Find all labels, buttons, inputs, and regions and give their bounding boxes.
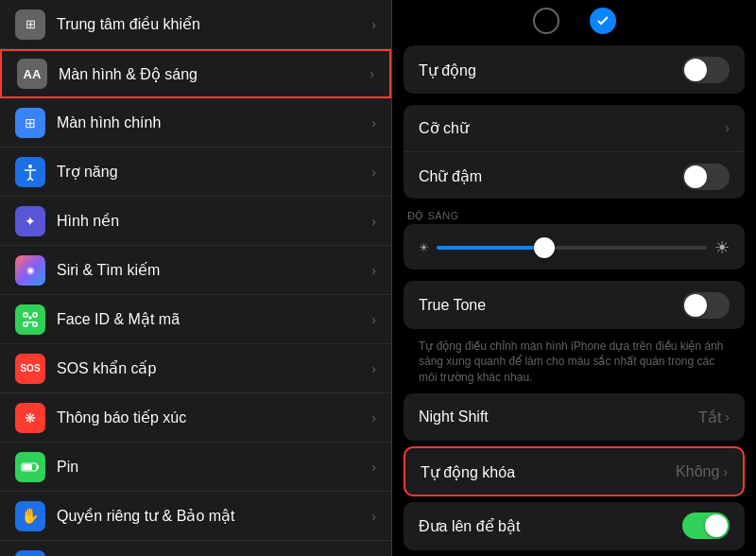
chevron-icon: › (371, 410, 376, 426)
sidebar-item-control-center[interactable]: ⊞ Trung tâm điều khiển › (0, 0, 391, 49)
bold-text-label: Chữ đậm (419, 167, 682, 185)
light-mode-circle[interactable] (533, 8, 559, 34)
app-store-icon (15, 550, 45, 557)
auto-lock-label: Tự động khóa (421, 463, 676, 481)
exposure-icon: ❋ (15, 403, 45, 433)
sidebar-item-label: Hình nền (57, 212, 371, 230)
svg-point-5 (29, 317, 31, 319)
night-shift-chevron: › (725, 409, 730, 425)
brightness-max-icon: ☀ (714, 237, 730, 258)
raise-toggle[interactable] (682, 513, 730, 539)
bold-text-row[interactable]: Chữ đậm (404, 152, 745, 199)
auto-lock-value: Không (676, 463, 719, 480)
brightness-slider[interactable] (437, 246, 707, 250)
sidebar-item-label: Face ID & Mật mã (57, 310, 371, 328)
chevron-icon: › (371, 460, 376, 475)
auto-label: Tự động (419, 61, 682, 79)
sidebar-item-label: Màn hình chính (57, 114, 371, 131)
auto-lock-chevron: › (723, 464, 728, 479)
sidebar-item-siri[interactable]: ◉ Siri & Tìm kiếm › (0, 246, 391, 295)
sidebar-item-sos[interactable]: SOS SOS khẩn cấp › (0, 344, 391, 393)
svg-rect-8 (23, 464, 32, 470)
battery-icon (15, 452, 45, 482)
sidebar-item-label: Trợ năng (57, 163, 371, 181)
sidebar-item-wallpaper[interactable]: ✦ Hình nền › (0, 197, 391, 246)
toggle-thumb (684, 294, 707, 317)
home-screen-icon: ⊞ (15, 108, 45, 138)
sidebar-item-app-store[interactable]: App Store › (0, 541, 391, 556)
toggle-thumb (705, 514, 728, 537)
chevron-icon: › (371, 165, 376, 180)
siri-icon: ◉ (15, 255, 45, 286)
svg-rect-1 (24, 313, 27, 317)
true-tone-toggle[interactable] (682, 292, 730, 319)
chevron-icon: › (371, 115, 376, 130)
chevron-icon: › (371, 312, 376, 327)
toggle-thumb (684, 165, 707, 188)
raise-label: Đưa lên để bật (419, 517, 682, 535)
control-center-icon: ⊞ (15, 9, 45, 40)
left-panel: ⊞ Trung tâm điều khiển › AA Màn hình & Đ… (0, 0, 392, 556)
sidebar-item-display[interactable]: AA Màn hình & Độ sáng › (0, 49, 391, 98)
font-size-label: Cỡ chữ (419, 119, 725, 137)
chevron-icon: › (371, 214, 376, 229)
sidebar-item-label: Siri & Tìm kiếm (57, 261, 371, 279)
auto-row[interactable]: Tự động (404, 45, 745, 94)
wallpaper-icon: ✦ (15, 206, 45, 236)
svg-rect-7 (37, 465, 39, 469)
sidebar-item-label: SOS khẩn cấp (57, 359, 371, 377)
sidebar-item-battery[interactable]: Pin › (0, 443, 391, 492)
sidebar-item-home-screen[interactable]: ⊞ Màn hình chính › (0, 98, 391, 148)
true-tone-section: True Tone (404, 281, 745, 329)
true-tone-label: True Tone (419, 297, 682, 314)
slider-thumb (534, 237, 555, 258)
true-tone-row[interactable]: True Tone (404, 281, 745, 329)
sidebar-item-privacy[interactable]: ✋ Quyền riêng tư & Bảo mật › (0, 492, 391, 541)
sidebar-item-label: Thông báo tiếp xúc (57, 408, 371, 426)
svg-rect-3 (24, 322, 27, 326)
svg-rect-2 (33, 313, 37, 317)
font-section: Cỡ chữ › Chữ đậm (404, 105, 745, 199)
chevron-icon: › (371, 361, 376, 376)
auto-toggle[interactable] (682, 57, 730, 83)
night-shift-value: Tắt (698, 408, 721, 426)
sidebar-item-label: Pin (57, 459, 371, 476)
toggle-thumb (684, 59, 707, 81)
auto-lock-row[interactable]: Tự động khóa Không › (405, 448, 743, 495)
chevron-icon: › (369, 66, 374, 81)
sidebar-item-face-id[interactable]: Face ID & Mật mã › (0, 295, 391, 344)
sidebar-item-exposure[interactable]: ❋ Thông báo tiếp xúc › (0, 393, 391, 443)
privacy-icon: ✋ (15, 501, 45, 531)
raise-to-wake-row[interactable]: Đưa lên để bật (404, 502, 745, 550)
sidebar-item-label: Trung tâm điều khiển (57, 15, 371, 33)
auto-section: Tự động (404, 45, 745, 94)
svg-rect-4 (33, 322, 37, 326)
chevron-icon: › (371, 263, 376, 278)
slider-fill (437, 246, 544, 250)
sidebar-item-label: Màn hình & Độ sáng (59, 65, 369, 83)
sidebar-item-accessibility[interactable]: Trợ năng › (0, 148, 391, 197)
bold-toggle[interactable] (682, 164, 730, 190)
right-panel: Tự động Cỡ chữ › Chữ đậm ĐỘ SÁNG ☀ ☀ (392, 0, 756, 556)
sidebar-item-label: Quyền riêng tư & Bảo mật (57, 507, 371, 525)
display-icon: AA (17, 59, 47, 89)
svg-point-0 (28, 165, 32, 168)
chevron-icon: › (371, 509, 376, 524)
sos-icon: SOS (15, 354, 45, 384)
font-size-row[interactable]: Cỡ chữ › (404, 105, 745, 152)
true-tone-desc: Tự động điều chỉnh màn hình iPhone dựa t… (404, 335, 745, 393)
font-size-chevron: › (725, 120, 730, 135)
dark-mode-circle[interactable] (590, 8, 616, 34)
brightness-min-icon: ☀ (419, 241, 429, 254)
night-shift-label: Night Shift (419, 408, 698, 426)
auto-lock-section: Tự động khóa Không › (404, 446, 745, 496)
chevron-icon: › (371, 17, 376, 32)
accessibility-icon (15, 157, 45, 187)
face-id-icon (15, 304, 45, 335)
night-shift-row[interactable]: Night Shift Tắt › (404, 393, 745, 441)
brightness-section: ☀ ☀ (404, 224, 745, 269)
brightness-label: ĐỘ SÁNG (392, 204, 756, 224)
